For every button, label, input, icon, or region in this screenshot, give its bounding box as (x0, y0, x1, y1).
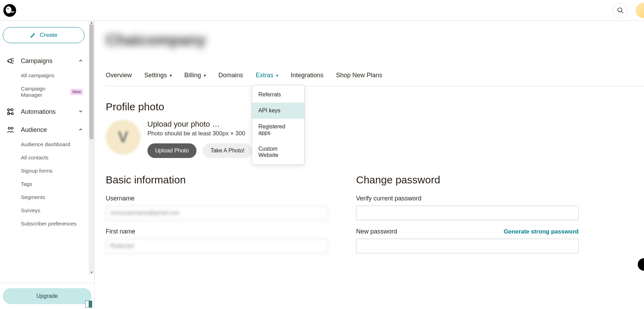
tab-domains[interactable]: Domains (218, 68, 243, 86)
user-avatar[interactable] (636, 3, 644, 18)
panel-toggle-icon[interactable] (85, 301, 92, 308)
take-photo-button[interactable]: Take A Photo! (203, 143, 252, 158)
sidebar-item-label: Tags (21, 181, 32, 187)
dropdown-item-label: API keys (258, 108, 280, 113)
sidebar-item-signup-forms[interactable]: Signup forms (21, 164, 87, 177)
upload-photo-button[interactable]: Upload Photo (147, 143, 196, 158)
account-tabbar: Overview Settings▾ Billing▾ Domains Extr… (106, 68, 644, 86)
dropdown-item-label: Custom Website (258, 146, 279, 158)
generate-password-link[interactable]: Generate strong password (504, 228, 579, 235)
tab-label: Settings (144, 72, 167, 79)
app-header (0, 0, 644, 21)
megaphone-icon (6, 57, 15, 65)
chevron-down-icon (78, 108, 83, 116)
button-label: Take A Photo! (210, 148, 244, 153)
nav-header-automations[interactable]: Automations (3, 104, 87, 120)
change-password-section: Change password Verify current password … (356, 174, 579, 261)
nav-header-audience[interactable]: Audience (3, 122, 87, 138)
extras-dropdown: Referrals API keys Registered apps Custo… (252, 85, 305, 165)
search-button[interactable] (613, 3, 628, 18)
nav-group-audience: Audience Audience dashboard All contacts… (3, 122, 87, 230)
tab-label: Integrations (291, 72, 323, 79)
upgrade-button-label: Upgrade (37, 293, 58, 299)
svg-point-10 (11, 127, 13, 129)
upgrade-button[interactable]: Upgrade (3, 288, 91, 304)
svg-point-2 (7, 8, 8, 9)
sidebar-footer: Upgrade (0, 283, 94, 309)
new-badge: New (70, 89, 83, 95)
sidebar-item-label: Segments (21, 194, 45, 200)
profile-photo-section: Profile photo V Upload your photo … Phot… (106, 101, 644, 158)
tab-billing[interactable]: Billing▾ (184, 68, 206, 86)
verify-password-label: Verify current password (356, 195, 579, 202)
tab-integrations[interactable]: Integrations (291, 68, 323, 86)
upload-title: Upload your photo … (147, 120, 252, 129)
sidebar-item-label: Signup forms (21, 168, 53, 174)
sidebar-item-segments[interactable]: Segments (21, 191, 87, 204)
pencil-icon (30, 32, 36, 38)
avatar-letter: V (118, 128, 128, 146)
sidebar: ▲ ▼ Create Campaigns (0, 21, 95, 309)
sidebar-item-label: Surveys (21, 207, 40, 214)
dropdown-item-custom-website[interactable]: Custom Website (252, 141, 304, 163)
svg-point-1 (6, 6, 11, 13)
nav-label: Audience (21, 126, 47, 134)
chevron-down-icon: ▾ (170, 73, 172, 78)
section-heading: Basic information (106, 174, 328, 186)
search-icon (617, 7, 624, 14)
first-name-input[interactable] (106, 239, 328, 253)
chevron-up-icon (78, 57, 83, 65)
dropdown-item-referrals[interactable]: Referrals (252, 87, 304, 103)
sidebar-item-label: Audience dashboard (21, 141, 70, 148)
tab-label: Domains (218, 72, 243, 79)
sidebar-item-subscriber-preferences[interactable]: Subscriber preferences (21, 217, 87, 230)
sidebar-item-label: All campaigns (21, 72, 55, 79)
nav-group-campaigns: Campaigns All campaigns Campaign Manager… (3, 53, 87, 102)
basic-information-section: Basic information Username First name (106, 174, 328, 261)
sidebar-item-tags[interactable]: Tags (21, 177, 87, 191)
nav-label: Campaigns (21, 57, 53, 65)
dropdown-item-label: Registered apps (258, 124, 285, 136)
tab-settings[interactable]: Settings▾ (144, 68, 172, 86)
sidebar-item-campaign-manager[interactable]: Campaign Manager New (21, 82, 87, 102)
chevron-up-icon (78, 126, 83, 134)
section-heading: Profile photo (106, 101, 644, 113)
svg-point-5 (8, 109, 10, 111)
sidebar-item-all-campaigns[interactable]: All campaigns (21, 69, 87, 82)
chevron-down-icon: ▾ (276, 73, 278, 78)
nav-group-automations: Automations (3, 104, 87, 120)
svg-rect-6 (11, 109, 13, 111)
page-title: Chaicompany (106, 31, 206, 49)
mailchimp-logo-icon[interactable] (3, 3, 18, 18)
chevron-down-icon: ▾ (204, 73, 206, 78)
create-button[interactable]: Create (3, 27, 84, 43)
username-label: Username (106, 195, 328, 202)
svg-line-4 (621, 11, 623, 13)
sidebar-item-audience-dashboard[interactable]: Audience dashboard (21, 138, 87, 151)
username-input[interactable] (106, 206, 328, 220)
svg-point-9 (8, 127, 10, 129)
verify-password-input[interactable] (356, 206, 579, 220)
sidebar-item-label: Campaign Manager (21, 86, 67, 98)
tab-label: Extras (256, 72, 273, 79)
audience-icon (6, 126, 15, 134)
svg-point-8 (11, 113, 14, 115)
create-button-label: Create (40, 32, 57, 39)
tab-shop-new-plans[interactable]: Shop New Plans (336, 68, 382, 86)
sidebar-item-surveys[interactable]: Surveys (21, 204, 87, 217)
tab-label: Billing (184, 72, 201, 79)
tab-overview[interactable]: Overview (106, 68, 132, 86)
sidebar-item-label: All contacts (21, 154, 48, 161)
dropdown-item-api-keys[interactable]: API keys (252, 103, 304, 119)
tab-extras[interactable]: Extras▾ (256, 68, 278, 86)
main-content: Chaicompany Overview Settings▾ Billing▾ … (95, 21, 644, 309)
profile-avatar: V (106, 120, 140, 154)
nav-label: Automations (21, 108, 56, 116)
new-password-input[interactable] (356, 239, 579, 253)
automation-icon (6, 108, 15, 116)
tab-label: Shop New Plans (336, 72, 382, 79)
new-password-label: New password (356, 228, 397, 235)
sidebar-item-all-contacts[interactable]: All contacts (21, 151, 87, 164)
dropdown-item-registered-apps[interactable]: Registered apps (252, 119, 304, 141)
nav-header-campaigns[interactable]: Campaigns (3, 53, 87, 69)
